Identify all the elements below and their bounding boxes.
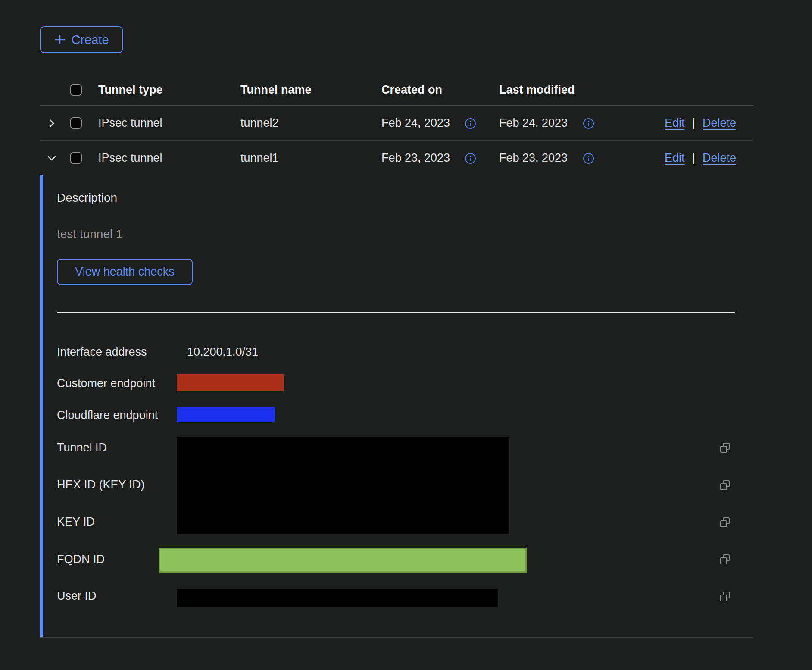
row-divider [40, 140, 753, 141]
customer-endpoint-label: Customer endpoint [57, 376, 155, 390]
view-health-checks-label: View health checks [75, 265, 175, 279]
panel-bottom-divider [40, 637, 753, 638]
column-header-tunnel-name: Tunnel name [240, 83, 312, 97]
expanded-row-accent-bar [40, 175, 43, 637]
interface-address-value: 10.200.1.0/31 [187, 345, 258, 359]
tunnel-type-cell: IPsec tunnel [98, 116, 162, 130]
create-button-label: Create [71, 33, 109, 47]
tunnel-type-cell: IPsec tunnel [98, 151, 162, 165]
info-icon[interactable] [465, 153, 476, 164]
hex-id-label: HEX ID (KEY ID) [57, 478, 145, 492]
copy-icon[interactable] [719, 479, 731, 492]
edit-link[interactable]: Edit [665, 151, 685, 165]
description-label: Description [57, 191, 117, 205]
tunnel-name-cell: tunnel1 [240, 151, 279, 165]
info-icon[interactable] [583, 118, 594, 129]
cloudflare-endpoint-label: Cloudflare endpoint [57, 408, 158, 422]
user-id-label: User ID [57, 589, 97, 603]
plus-icon [54, 34, 66, 46]
chevron-right-icon[interactable] [45, 117, 58, 130]
copy-icon[interactable] [719, 442, 731, 454]
tunnel-name-cell: tunnel2 [240, 116, 279, 130]
copy-icon[interactable] [719, 517, 731, 529]
interface-address-label: Interface address [57, 345, 147, 359]
info-icon[interactable] [583, 153, 594, 164]
created-on-cell: Feb 23, 2023 [381, 151, 450, 165]
cloudflare-endpoint-redacted-value [177, 407, 275, 422]
column-header-tunnel-type: Tunnel type [98, 83, 163, 97]
tunnels-page: Create Tunnel type Tunnel name Created o… [0, 0, 812, 670]
header-divider [40, 105, 753, 106]
fqdn-id-label: FQDN ID [57, 552, 105, 566]
chevron-down-icon[interactable] [45, 152, 58, 165]
created-on-cell: Feb 24, 2023 [381, 116, 450, 130]
view-health-checks-button[interactable]: View health checks [57, 259, 193, 285]
action-separator: | [692, 151, 695, 165]
last-modified-cell: Feb 24, 2023 [499, 116, 568, 130]
delete-link[interactable]: Delete [703, 116, 736, 130]
fqdn-id-redacted-value [159, 548, 527, 573]
description-value: test tunnel 1 [57, 227, 123, 241]
copy-icon[interactable] [719, 591, 731, 603]
delete-link[interactable]: Delete [703, 151, 736, 165]
customer-endpoint-redacted-value [177, 374, 284, 391]
copy-icon[interactable] [719, 554, 731, 566]
select-all-checkbox[interactable] [70, 84, 82, 96]
column-header-created-on: Created on [381, 83, 442, 97]
column-header-last-modified: Last modified [499, 83, 575, 97]
user-id-redacted-value [177, 589, 498, 607]
create-button[interactable]: Create [40, 26, 123, 53]
action-separator: | [692, 116, 695, 130]
row-checkbox[interactable] [70, 117, 82, 129]
last-modified-cell: Feb 23, 2023 [499, 151, 568, 165]
section-divider [57, 312, 735, 313]
tunnel-id-label: Tunnel ID [57, 441, 107, 454]
ids-redacted-value [177, 437, 509, 534]
key-id-label: KEY ID [57, 515, 95, 529]
edit-link[interactable]: Edit [665, 116, 685, 130]
row-checkbox[interactable] [70, 152, 82, 164]
info-icon[interactable] [465, 118, 476, 129]
